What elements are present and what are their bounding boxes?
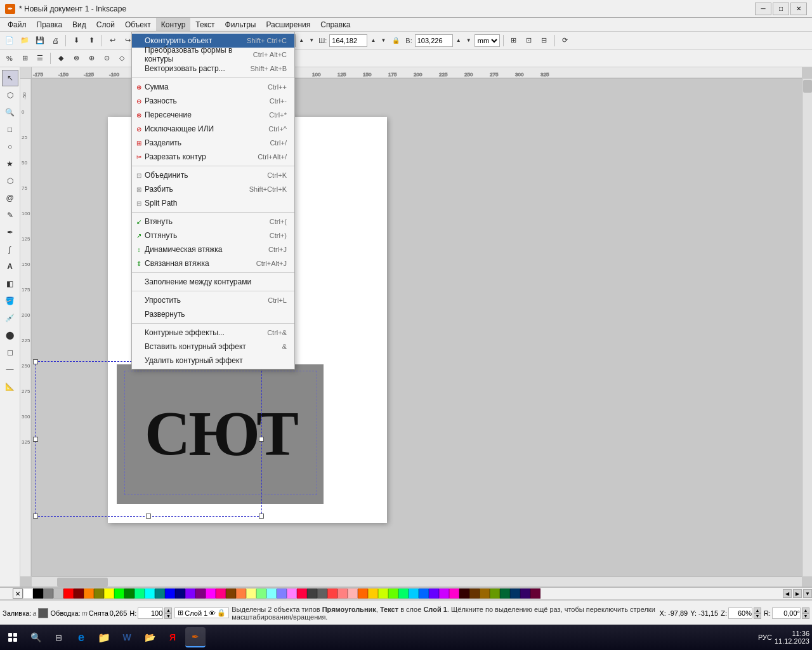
- measure-tool[interactable]: 📐: [2, 378, 18, 395]
- color-lightyellow[interactable]: [246, 588, 256, 599]
- menu-path-effects[interactable]: Контурные эффекты... Ctrl+&: [132, 326, 294, 340]
- color-black[interactable]: [33, 588, 43, 599]
- color-gray[interactable]: [43, 588, 53, 599]
- pencil-tool[interactable]: ✎: [2, 207, 18, 223]
- menu-break-apart[interactable]: ⊠ Разбить Shift+Ctrl+K: [132, 182, 294, 196]
- menu-filters[interactable]: Фильтры: [220, 18, 261, 32]
- eraser-tool[interactable]: ◻: [2, 344, 18, 361]
- h-inc[interactable]: ▲: [454, 34, 463, 48]
- snap-ruler[interactable]: ☰: [33, 51, 47, 65]
- menu-dynamic-inset[interactable]: ↕ Динамическая втяжка Ctrl+J: [132, 242, 294, 256]
- snap-nodes[interactable]: ⊡: [522, 34, 536, 48]
- handle-tl[interactable]: [33, 359, 38, 364]
- circle-tool[interactable]: ○: [2, 138, 18, 155]
- color-magenta[interactable]: [206, 588, 216, 599]
- start-button[interactable]: [3, 627, 23, 647]
- handle-bl[interactable]: [33, 514, 38, 519]
- taskbar-files[interactable]: 📂: [140, 627, 160, 647]
- fill-swatch[interactable]: [38, 608, 48, 618]
- taskbar-inkscape[interactable]: ✒: [185, 627, 206, 647]
- color-pink[interactable]: [287, 588, 297, 599]
- rotation-dec[interactable]: ▼: [802, 613, 809, 619]
- calligraphy-tool[interactable]: ∫: [2, 241, 18, 258]
- color-lawngreen[interactable]: [388, 588, 398, 599]
- node-tool[interactable]: ⬡: [2, 87, 18, 103]
- taskbar-explorer[interactable]: 📁: [94, 627, 114, 647]
- print-button[interactable]: 🖨: [48, 34, 62, 48]
- layer-eye[interactable]: 👁: [209, 609, 216, 617]
- color-yellow[interactable]: [104, 588, 114, 599]
- color-green[interactable]: [124, 588, 134, 599]
- toggle-snap[interactable]: %: [3, 51, 16, 65]
- snap-smooth[interactable]: ◇: [115, 51, 129, 65]
- menu-help[interactable]: Справка: [315, 18, 355, 32]
- color-deepskyblue[interactable]: [409, 588, 419, 599]
- color-darkgreen2[interactable]: [500, 588, 510, 599]
- zoom-dec[interactable]: ▼: [754, 613, 761, 619]
- export-button[interactable]: ⬆: [84, 34, 98, 48]
- rotation-inc[interactable]: ▲: [802, 607, 809, 613]
- menu-intersect[interactable]: ⊗ Пересечение Ctrl+*: [132, 108, 294, 122]
- snap-nodes2[interactable]: ◆: [54, 51, 68, 65]
- color-darkorange[interactable]: [358, 588, 368, 599]
- color-teal[interactable]: [155, 588, 165, 599]
- color-midnightblue[interactable]: [510, 588, 520, 599]
- color-blueviolet[interactable]: [439, 588, 449, 599]
- menu-union[interactable]: ⊕ Сумма Ctrl++: [132, 80, 294, 94]
- snap-page[interactable]: ⊞: [18, 51, 32, 65]
- height-inc[interactable]: ▲: [164, 607, 172, 613]
- h-dec[interactable]: ▼: [464, 34, 473, 48]
- bottom-scrollbar[interactable]: [32, 576, 802, 587]
- spiral-tool[interactable]: @: [2, 190, 18, 206]
- rect-tool[interactable]: □: [2, 121, 18, 138]
- color-midgray[interactable]: [317, 588, 327, 599]
- snap-centers[interactable]: ⊙: [100, 51, 114, 65]
- color-lightred[interactable]: [337, 588, 348, 599]
- menu-convert-to-path[interactable]: Преобразовать формы в контуры Ctrl+ Alt+…: [132, 48, 294, 62]
- paint-bucket[interactable]: 🪣: [2, 293, 18, 309]
- w-input[interactable]: [329, 34, 367, 47]
- color-lightblue[interactable]: [277, 588, 287, 599]
- color-purple-light[interactable]: [185, 588, 195, 599]
- menu-text[interactable]: Текст: [190, 18, 219, 32]
- menu-cut-path[interactable]: ✂ Разрезать контур Ctrl+Alt+/: [132, 150, 294, 164]
- color-red[interactable]: [63, 588, 74, 599]
- menu-path[interactable]: Контур: [156, 18, 190, 32]
- y-dec[interactable]: ▼: [307, 34, 316, 48]
- no-color-swatch[interactable]: ✕: [13, 588, 23, 599]
- color-hotpink[interactable]: [216, 588, 226, 599]
- color-slateblue[interactable]: [429, 588, 439, 599]
- zoom-tool[interactable]: 🔍: [2, 104, 18, 121]
- height-dec[interactable]: ▼: [164, 613, 172, 619]
- color-crimson[interactable]: [297, 588, 307, 599]
- color-silver[interactable]: [53, 588, 63, 599]
- menu-paste-effect[interactable]: Вставить контурный эффект &: [132, 340, 294, 354]
- w-inc[interactable]: ▲: [369, 34, 377, 48]
- import-button[interactable]: ⬇: [69, 34, 83, 48]
- color-gold[interactable]: [368, 588, 378, 599]
- y-inc[interactable]: ▲: [297, 34, 306, 48]
- unit-select[interactable]: mm px cm: [475, 34, 500, 47]
- handle-ml[interactable]: [33, 437, 38, 442]
- rotate-cw[interactable]: ⟳: [558, 34, 572, 48]
- minimize-button[interactable]: ─: [755, 3, 771, 15]
- layer-lock[interactable]: 🔒: [217, 609, 226, 617]
- text-tool[interactable]: A: [2, 258, 18, 275]
- snap-midpoints[interactable]: ⊕: [84, 51, 98, 65]
- rotation-input[interactable]: [772, 607, 801, 619]
- taskbar-word[interactable]: W: [117, 627, 137, 647]
- menu-outset[interactable]: ↗ Оттянуть Ctrl+): [132, 229, 294, 242]
- taskbar-yandex[interactable]: Я: [162, 627, 183, 647]
- color-deeppink[interactable]: [449, 588, 459, 599]
- undo-button[interactable]: ↩: [105, 34, 119, 48]
- select-tool[interactable]: ↖: [2, 70, 18, 86]
- taskbar-search[interactable]: 🔍: [25, 627, 46, 647]
- taskbar-edge[interactable]: e: [71, 627, 91, 647]
- menu-extensions[interactable]: Расширения: [261, 18, 315, 32]
- color-menu[interactable]: ▼: [803, 589, 812, 598]
- menu-combine[interactable]: ⊡ Объединить Ctrl+K: [132, 168, 294, 182]
- color-scroll-left[interactable]: ◀: [783, 589, 792, 598]
- menu-fill-between[interactable]: Заполнение между контурами: [132, 275, 294, 289]
- color-orange[interactable]: [84, 588, 94, 599]
- close-button[interactable]: ✕: [790, 3, 807, 15]
